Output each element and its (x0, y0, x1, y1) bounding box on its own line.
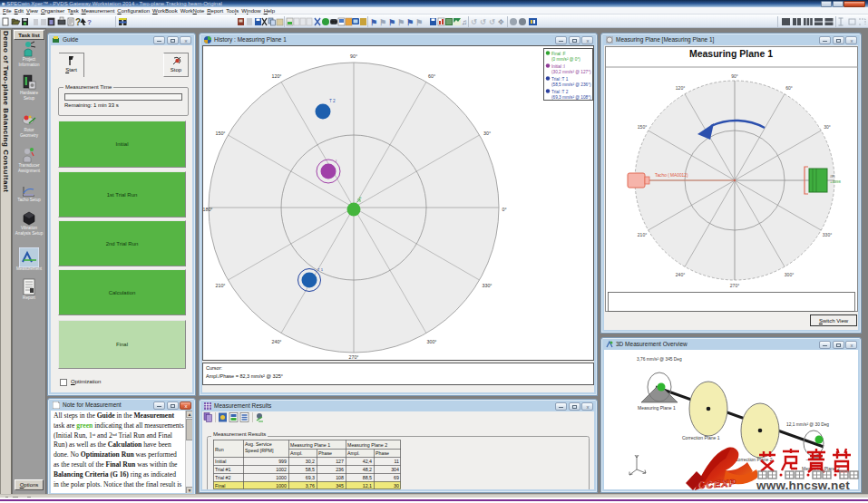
svg-text:330°: 330° (483, 283, 493, 288)
svg-text:88,5: 88,5 (363, 475, 372, 480)
svg-text:✥: ✥ (498, 18, 504, 26)
svg-text:69: 69 (394, 475, 399, 480)
svg-text:304: 304 (391, 467, 399, 472)
svg-text:180°: 180° (203, 207, 213, 212)
svg-text:236: 236 (336, 467, 344, 472)
svg-text:3,76: 3,76 (306, 483, 315, 488)
svg-text:CCEXP: CCEXP (697, 477, 736, 490)
svg-text:0°: 0° (502, 207, 506, 212)
svg-text:60°: 60° (785, 85, 793, 91)
svg-text:Final: Final (215, 483, 225, 488)
svg-text:⚑: ⚑ (415, 18, 423, 27)
svg-text:Measuring Plane 1: Measuring Plane 1 (638, 405, 676, 411)
svg-text:30,2: 30,2 (306, 459, 315, 464)
svg-text:270°: 270° (349, 354, 359, 360)
svg-text:Phase: Phase (375, 450, 389, 456)
svg-text:210°: 210° (216, 283, 226, 288)
svg-text:#P: #P (830, 174, 834, 179)
svg-text:270°: 270° (730, 283, 739, 288)
svg-text:60°: 60° (428, 73, 435, 79)
svg-text:300°: 300° (785, 272, 794, 277)
svg-text:108: 108 (336, 475, 344, 480)
svg-text:150°: 150° (638, 124, 647, 130)
svg-text:Ampl.: Ampl. (290, 450, 303, 456)
svg-text:(58,5 mm/s² @ 236°): (58,5 mm/s² @ 236°) (551, 82, 591, 87)
svg-text:?: ? (75, 17, 81, 27)
svg-text:↺: ↺ (480, 18, 486, 26)
svg-text:Measuring Plane 1: Measuring Plane 1 (689, 48, 773, 59)
svg-text:F: F (359, 196, 362, 200)
svg-text:999: 999 (278, 459, 287, 464)
svg-text:345: 345 (336, 483, 344, 488)
svg-text:58,5: 58,5 (306, 467, 315, 472)
svg-text:⚑: ⚑ (379, 18, 386, 27)
svg-text:(69,3 mm/s² @ 108°): (69,3 mm/s² @ 108°) (551, 95, 591, 100)
svg-text:⚑: ⚑ (370, 18, 377, 27)
svg-text:Trial :T 1: Trial :T 1 (551, 77, 569, 82)
svg-text:30°: 30° (483, 131, 491, 136)
svg-text:?: ? (87, 18, 92, 26)
svg-text:330°: 330° (823, 232, 832, 237)
svg-text:30°: 30° (824, 124, 831, 130)
svg-text:Run: Run (215, 447, 224, 452)
svg-text:30: 30 (394, 483, 399, 488)
svg-text:3,76 mm/s² @ 345 Deg: 3,76 mm/s² @ 345 Deg (637, 357, 682, 362)
svg-text:Speed [RPM]: Speed [RPM] (245, 448, 274, 453)
svg-text:+4398: +4398 (830, 179, 841, 184)
svg-text:Trial #2: Trial #2 (215, 475, 231, 480)
svg-text:⚑: ⚑ (406, 18, 414, 27)
svg-text:48,2: 48,2 (363, 467, 372, 472)
svg-text:Trial :T 2: Trial :T 2 (551, 90, 569, 94)
svg-text:90°: 90° (731, 73, 738, 79)
svg-text:Ampl./Phase = 82,3 mm/s² @ 325: Ampl./Phase = 82,3 mm/s² @ 325° (206, 373, 283, 379)
svg-text:240°: 240° (272, 339, 282, 344)
svg-text:Initial :I: Initial :I (551, 64, 565, 69)
svg-text:127: 127 (336, 459, 344, 464)
svg-text:↺: ↺ (471, 18, 477, 26)
svg-text:240°: 240° (676, 272, 685, 277)
svg-text:↺: ↺ (489, 18, 495, 26)
svg-text:Tacho ( MA0012): Tacho ( MA0012) (655, 173, 688, 178)
svg-text:210°: 210° (638, 232, 647, 237)
svg-text:Trial #1: Trial #1 (215, 467, 231, 472)
svg-text:Ampl.: Ampl. (347, 450, 360, 456)
svg-text:Measurement Results: Measurement Results (213, 431, 266, 437)
svg-text:120°: 120° (676, 85, 685, 91)
svg-text:11: 11 (395, 459, 400, 464)
svg-text:Initial: Initial (215, 459, 226, 464)
svg-text:120°: 120° (272, 73, 282, 79)
svg-text:T 2: T 2 (329, 99, 336, 103)
svg-text:90°: 90° (350, 53, 357, 59)
svg-text:♫: ♫ (462, 18, 467, 26)
svg-text:Final :F: Final :F (551, 52, 566, 56)
svg-text:Measuring Plane 1: Measuring Plane 1 (290, 442, 330, 448)
svg-text:150°: 150° (216, 131, 226, 136)
svg-text:69,3: 69,3 (306, 475, 315, 480)
svg-text:1000: 1000 (276, 475, 287, 480)
svg-text:42,4: 42,4 (363, 459, 372, 464)
svg-text:1000: 1000 (276, 483, 287, 488)
svg-text:⚑: ⚑ (388, 18, 395, 27)
svg-text:⚑: ⚑ (397, 18, 405, 27)
svg-text:Cursor:: Cursor: (206, 365, 223, 371)
svg-text:T 1: T 1 (317, 267, 324, 272)
svg-text:www.hncsw.net: www.hncsw.net (756, 479, 850, 492)
svg-text:(30,2 mm/s² @ 127°): (30,2 mm/s² @ 127°) (551, 70, 591, 74)
svg-text:300°: 300° (427, 339, 437, 344)
svg-text:1002: 1002 (276, 467, 287, 472)
svg-text:I: I (336, 159, 336, 163)
svg-text:Phase: Phase (318, 450, 332, 456)
svg-text:12,1: 12,1 (363, 483, 372, 488)
svg-text:(0 mm/s² @ 0°): (0 mm/s² @ 0°) (551, 57, 580, 62)
svg-text:Measuring Plane 2: Measuring Plane 2 (347, 442, 387, 448)
svg-text:Avg. Service: Avg. Service (245, 441, 272, 447)
